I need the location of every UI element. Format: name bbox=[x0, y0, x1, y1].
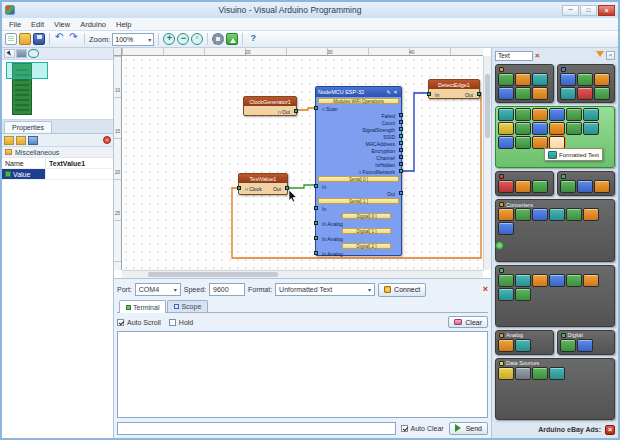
close-ad-icon[interactable] bbox=[605, 425, 615, 435]
component-icon[interactable] bbox=[549, 122, 565, 135]
component-icon[interactable] bbox=[594, 87, 610, 100]
detectedge-in-pin[interactable] bbox=[427, 92, 431, 96]
digital-strip[interactable]: Digital[ 1 ] bbox=[342, 228, 391, 234]
component-icon[interactable] bbox=[577, 87, 593, 100]
checkbox-icon[interactable] bbox=[117, 319, 124, 326]
component-icon[interactable] bbox=[583, 274, 599, 287]
camera-icon[interactable] bbox=[16, 49, 27, 58]
component-icon[interactable] bbox=[549, 274, 565, 287]
component-icon[interactable] bbox=[566, 274, 582, 287]
modules-strip[interactable]: Modules WiFi Operations bbox=[318, 98, 399, 104]
esp32-digital2-in-pin[interactable] bbox=[314, 251, 318, 255]
toolbox-category[interactable] bbox=[495, 64, 554, 103]
toolbox-category-digital[interactable]: Digital bbox=[557, 330, 616, 355]
component-icon[interactable] bbox=[594, 73, 610, 86]
component-icon[interactable] bbox=[560, 180, 576, 193]
menu-arduino[interactable]: Arduino bbox=[75, 20, 111, 29]
category-header[interactable]: Converters bbox=[498, 201, 612, 208]
design-canvas[interactable]: ClockGenerator1 Out TextValue1 Clock Out bbox=[122, 56, 483, 270]
component-icon[interactable] bbox=[515, 288, 531, 301]
maximize-button[interactable] bbox=[580, 5, 597, 16]
terminal-output[interactable] bbox=[117, 331, 488, 418]
component-icon[interactable] bbox=[560, 87, 576, 100]
component-icon[interactable] bbox=[532, 274, 548, 287]
wire-textvalue-to-serial[interactable] bbox=[288, 185, 315, 188]
property-value[interactable] bbox=[46, 169, 113, 179]
canvas-vertical-scrollbar[interactable] bbox=[483, 56, 491, 270]
esp32-digital1-in-pin[interactable] bbox=[314, 236, 318, 240]
component-icon[interactable] bbox=[560, 73, 576, 86]
category-header[interactable]: Data Sources bbox=[498, 360, 612, 367]
component-icon[interactable] bbox=[498, 208, 514, 221]
scrollbar-thumb[interactable] bbox=[485, 74, 490, 138]
property-value[interactable]: TextValue1 bbox=[46, 158, 113, 168]
component-icon[interactable] bbox=[515, 367, 531, 380]
component-detectedge[interactable]: DetectEdge1 In Out bbox=[428, 79, 480, 99]
zoom-fit-icon[interactable] bbox=[191, 33, 203, 45]
component-icon[interactable] bbox=[532, 180, 548, 193]
component-icon[interactable] bbox=[532, 108, 548, 121]
collapse-all-icon[interactable] bbox=[16, 136, 26, 145]
component-icon[interactable] bbox=[532, 367, 548, 380]
component-icon[interactable] bbox=[515, 339, 531, 352]
auto-clear-checkbox[interactable]: Auto Clear bbox=[401, 425, 444, 432]
esp32-output-pin[interactable] bbox=[399, 134, 403, 138]
magnifier-icon[interactable] bbox=[28, 49, 39, 58]
port-select[interactable]: COM4 bbox=[135, 283, 181, 296]
esp32-output-pin[interactable] bbox=[399, 148, 403, 152]
tab-properties[interactable]: Properties bbox=[4, 121, 52, 133]
property-row-name[interactable]: Name TextValue1 bbox=[2, 158, 113, 169]
close-icon[interactable] bbox=[392, 89, 399, 95]
esp32-output-pin[interactable] bbox=[399, 141, 403, 145]
component-icon[interactable] bbox=[532, 87, 548, 100]
category-header[interactable] bbox=[560, 173, 613, 180]
property-group[interactable]: Miscellaneous bbox=[2, 147, 113, 158]
esp32-foundnetwork-pin[interactable] bbox=[399, 169, 403, 173]
toolbox-category[interactable] bbox=[557, 171, 616, 196]
new-file-icon[interactable] bbox=[5, 33, 17, 45]
zoom-out-icon[interactable] bbox=[177, 33, 189, 45]
component-icon[interactable] bbox=[583, 122, 599, 135]
category-header[interactable]: Analog bbox=[498, 332, 551, 339]
wire-clock-to-scan[interactable] bbox=[297, 108, 315, 110]
toolbox-filter-input[interactable]: Text bbox=[495, 51, 533, 61]
esp32-digital0-in-pin[interactable] bbox=[314, 221, 318, 225]
component-icon[interactable] bbox=[498, 108, 514, 121]
esp32-serial0-out-pin[interactable] bbox=[399, 191, 403, 195]
category-header[interactable] bbox=[498, 173, 551, 180]
component-textvalue[interactable]: TextValue1 Clock Out bbox=[238, 173, 288, 195]
component-icon[interactable] bbox=[498, 180, 514, 193]
esp32-output-pin[interactable] bbox=[399, 127, 403, 131]
component-icon[interactable] bbox=[515, 108, 531, 121]
menu-edit[interactable]: Edit bbox=[26, 20, 49, 29]
zoom-in-icon[interactable] bbox=[163, 33, 175, 45]
component-icon[interactable] bbox=[515, 274, 531, 287]
esp32-output-pin[interactable] bbox=[399, 113, 403, 117]
component-icon[interactable] bbox=[566, 108, 582, 121]
component-icon[interactable] bbox=[498, 367, 514, 380]
connect-button[interactable]: Connect bbox=[378, 283, 426, 297]
menu-help[interactable]: Help bbox=[111, 20, 136, 29]
category-header[interactable] bbox=[498, 267, 612, 274]
component-icon[interactable] bbox=[498, 73, 514, 86]
save-icon[interactable] bbox=[33, 33, 45, 45]
component-icon[interactable] bbox=[498, 288, 514, 301]
auto-scroll-checkbox[interactable]: Auto Scroll bbox=[117, 319, 161, 326]
pin-icon[interactable] bbox=[103, 136, 111, 144]
sort-icon[interactable] bbox=[28, 136, 38, 145]
expand-all-icon[interactable] bbox=[4, 136, 14, 145]
tab-scope[interactable]: Scope bbox=[167, 300, 208, 312]
project-navigator[interactable] bbox=[2, 60, 113, 120]
component-icon[interactable] bbox=[515, 122, 531, 135]
zoom-select[interactable]: 100% bbox=[112, 33, 154, 46]
component-icon[interactable] bbox=[577, 73, 593, 86]
toolbox-category-data-sources[interactable]: Data Sources bbox=[495, 358, 615, 420]
scrollbar-thumb[interactable] bbox=[148, 272, 278, 277]
edit-icon[interactable] bbox=[385, 89, 392, 95]
textvalue-clock-pin[interactable] bbox=[237, 186, 241, 190]
hold-checkbox[interactable]: Hold bbox=[169, 319, 193, 326]
esp32-output-pin[interactable] bbox=[399, 155, 403, 159]
canvas-horizontal-scrollbar[interactable] bbox=[122, 270, 483, 278]
component-icon[interactable] bbox=[515, 87, 531, 100]
clear-filter-icon[interactable]: × bbox=[535, 52, 540, 60]
